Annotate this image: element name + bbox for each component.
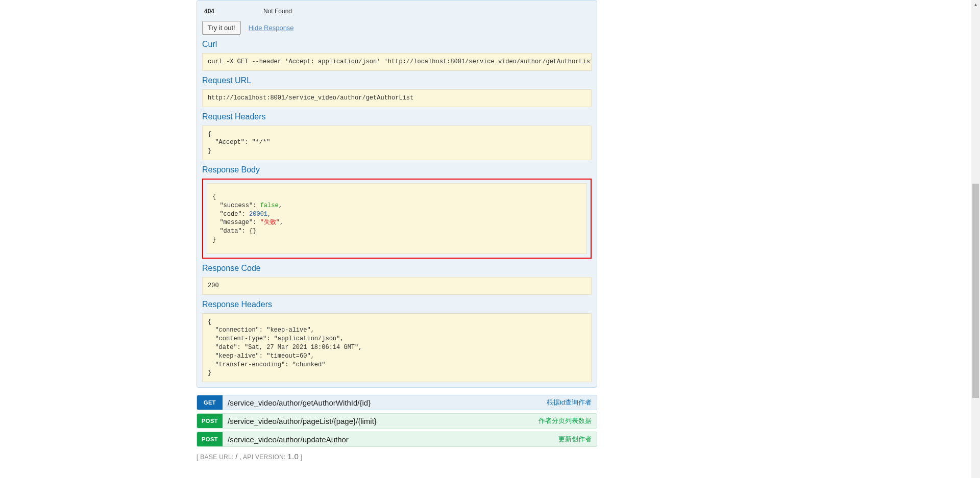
api-version-label: API VERSION: [243, 454, 286, 461]
json-val-message: "失败" [260, 219, 280, 226]
endpoint-row-update-author[interactable]: POST /service_video/author/updateAuthor … [197, 432, 597, 447]
operation-panel: 404 Not Found Try it out! Hide Response … [197, 0, 597, 388]
json-key-code: "code" [219, 211, 241, 218]
method-badge-post: POST [197, 414, 223, 428]
response-code-block: 200 [202, 277, 592, 295]
curl-block: curl -X GET --header 'Accept: applicatio… [202, 53, 592, 71]
curl-heading: Curl [202, 40, 592, 49]
status-desc: Not Found [234, 8, 292, 15]
json-key-message: "message" [219, 219, 253, 226]
json-val-success: false [260, 202, 279, 209]
request-url-block: http://localhost:8001/service_video/auth… [202, 89, 592, 107]
hide-response-link[interactable]: Hide Response [249, 24, 294, 32]
request-url-heading: Request URL [202, 76, 592, 85]
try-it-out-button[interactable]: Try it out! [202, 21, 241, 35]
endpoint-desc: 根据id查询作者 [547, 395, 597, 410]
endpoint-desc: 作者分页列表数据 [538, 414, 597, 428]
response-headers-block: { "connection": "keep-alive", "content-t… [202, 313, 592, 383]
endpoint-row-page-list[interactable]: POST /service_video/author/pageList/{pag… [197, 413, 597, 429]
api-footer: [ BASE URL: / , API VERSION: 1.0 ] [197, 452, 597, 461]
json-key-data: "data" [219, 228, 241, 235]
response-headers-heading: Response Headers [202, 300, 592, 309]
json-val-data: {} [249, 228, 256, 235]
method-badge-get: GET [197, 395, 223, 410]
status-code: 404 [202, 8, 234, 15]
response-code-heading: Response Code [202, 264, 592, 273]
endpoint-path: /service_video/author/getAuthorWithId/{i… [223, 395, 547, 410]
json-val-code: 20001 [249, 211, 267, 218]
base-url-value: / [235, 452, 237, 461]
request-headers-block: { "Accept": "*/*" } [202, 125, 592, 160]
json-key-success: "success" [219, 202, 253, 209]
scrollbar-thumb[interactable] [972, 184, 979, 398]
base-url-label: BASE URL: [200, 454, 233, 461]
endpoint-path: /service_video/author/updateAuthor [223, 432, 558, 446]
scroll-up-icon[interactable]: ▴ [971, 0, 980, 9]
response-body-heading: Response Body [202, 165, 592, 174]
vertical-scrollbar[interactable]: ▴ [971, 0, 980, 478]
response-body-block: { "success": false, "code": 20001, "mess… [207, 183, 587, 254]
api-version-value: 1.0 [287, 452, 299, 461]
endpoint-path: /service_video/author/pageList/{page}/{l… [223, 414, 538, 428]
endpoint-row-get-author-with-id[interactable]: GET /service_video/author/getAuthorWithI… [197, 395, 597, 410]
action-row: Try it out! Hide Response [202, 21, 592, 35]
request-headers-heading: Request Headers [202, 112, 592, 121]
response-body-highlight: { "success": false, "code": 20001, "mess… [202, 179, 592, 259]
status-row: 404 Not Found [202, 6, 592, 17]
endpoint-desc: 更新创作者 [558, 432, 597, 446]
method-badge-post: POST [197, 432, 223, 446]
